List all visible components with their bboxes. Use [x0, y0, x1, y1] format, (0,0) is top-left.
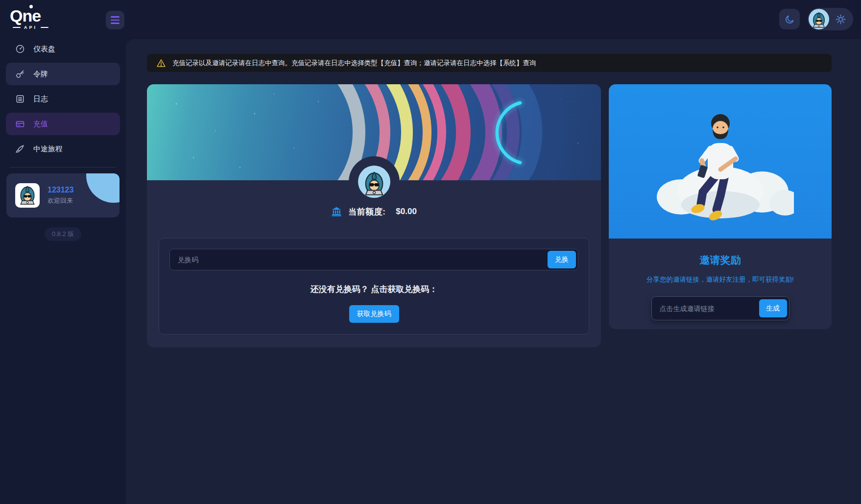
hacker-avatar-icon — [810, 11, 828, 29]
invite-title: 邀请奖励 — [609, 253, 832, 267]
sidebar: Qne API 仪表盘 令牌 日志 — [0, 0, 126, 504]
redeem-button[interactable]: 兑换 — [548, 251, 576, 268]
redeem-hint-text: 还没有兑换码？ 点击获取兑换码： — [169, 284, 578, 295]
sidebar-item-logs[interactable]: 日志 — [6, 88, 120, 110]
version-wrap: 0.8.2 版 — [0, 227, 126, 241]
key-icon — [15, 69, 25, 79]
settings-button[interactable] — [835, 14, 846, 25]
bank-icon — [331, 206, 342, 217]
recharge-banner-image — [147, 84, 601, 180]
brand-logo-dot — [29, 5, 33, 8]
sidebar-item-label: 仪表盘 — [33, 45, 55, 54]
invite-card: 邀请奖励 分享您的邀请链接，邀请好友注册，即可获得奖励! 生成 — [609, 84, 832, 329]
sidebar-item-tokens[interactable]: 令牌 — [6, 63, 120, 85]
sidebar-item-label: 充值 — [33, 120, 48, 129]
sidebar-item-label: 日志 — [33, 95, 48, 104]
user-card: 123123 欢迎回来 — [6, 173, 120, 217]
hacker-avatar-icon — [16, 184, 39, 207]
user-avatar — [15, 183, 40, 208]
brand-dash-left — [13, 27, 21, 28]
redeem-box: 兑换 还没有兑换码？ 点击获取兑换码： 获取兑换码 — [159, 238, 589, 335]
sidebar-item-label: 中途旅程 — [33, 144, 63, 154]
man-on-cloud-illustration — [647, 98, 794, 225]
content-area: 充值记录以及邀请记录请在日志中查询。充值记录请在日志中选择类型【充值】查询；邀请… — [126, 39, 861, 504]
redeem-code-input[interactable] — [169, 249, 578, 270]
gear-icon — [835, 14, 846, 25]
menu-icon — [111, 16, 120, 18]
get-code-button[interactable]: 获取兑换码 — [349, 305, 399, 323]
invite-hero-illustration — [609, 84, 832, 239]
sidebar-item-midjourney[interactable]: 中途旅程 — [6, 138, 120, 160]
balance-label: 当前额度: — [348, 206, 385, 217]
notice-banner: 充值记录以及邀请记录请在日志中查询。充值记录请在日志中选择类型【充值】查询；邀请… — [147, 54, 832, 72]
sidebar-item-dashboard[interactable]: 仪表盘 — [6, 38, 120, 60]
brand-name: Qne — [10, 7, 59, 24]
invite-subtitle: 分享您的邀请链接，邀请好友注册，即可获得奖励! — [609, 275, 832, 284]
welcome-text: 欢迎回来 — [48, 196, 73, 205]
user-meta: 123123 欢迎回来 — [48, 186, 73, 205]
sidebar-divider — [10, 167, 116, 168]
hacker-avatar-icon — [360, 169, 388, 198]
username: 123123 — [48, 186, 73, 194]
brush-icon — [15, 144, 25, 154]
sidebar-item-label: 令牌 — [33, 70, 48, 79]
recharge-card: 当前额度: $0.00 兑换 还没有兑换码？ 点击获取兑换码： 获取兑换码 — [147, 84, 601, 347]
version-badge: 0.8.2 版 — [45, 227, 82, 241]
brand-sub-label: API — [24, 25, 37, 30]
topbar-avatar[interactable] — [809, 9, 829, 29]
notice-text: 充值记录以及邀请记录请在日志中查询。充值记录请在日志中选择类型【充值】查询；邀请… — [172, 59, 536, 68]
topbar-actions — [779, 8, 853, 30]
log-icon — [15, 94, 25, 104]
sidebar-toggle-button[interactable] — [106, 11, 124, 29]
profile-avatar-large — [358, 166, 390, 198]
sidebar-nav: 仪表盘 令牌 日志 充值 中途旅程 — [0, 38, 126, 160]
brand-subtitle: API — [13, 25, 59, 30]
generate-link-button[interactable]: 生成 — [759, 299, 787, 317]
profile-pill — [808, 8, 853, 30]
sidebar-item-recharge[interactable]: 充值 — [6, 113, 120, 135]
redeem-input-row: 兑换 — [169, 249, 578, 270]
brand-dash-right — [41, 27, 48, 28]
brand-logo: Qne API — [0, 0, 59, 30]
moon-icon — [785, 14, 795, 24]
invite-link-input[interactable] — [654, 305, 759, 312]
warning-icon — [156, 58, 166, 68]
user-card-corner-decoration — [86, 173, 120, 203]
balance-value: $0.00 — [396, 207, 417, 216]
dashboard-icon — [15, 44, 25, 54]
invite-link-wrap: 生成 — [651, 296, 789, 320]
credit-card-icon — [15, 119, 25, 129]
theme-toggle-button[interactable] — [779, 9, 800, 29]
